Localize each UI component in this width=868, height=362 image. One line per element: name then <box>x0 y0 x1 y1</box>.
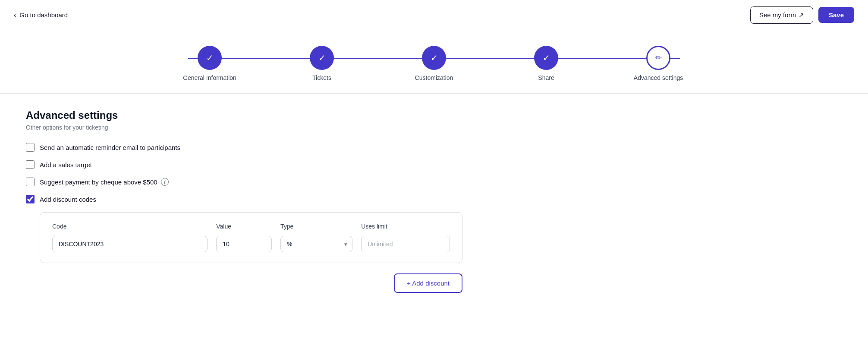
code-input[interactable] <box>52 236 208 252</box>
type-select[interactable]: % $ Fixed <box>280 236 352 252</box>
step-tickets[interactable]: ✓ Tickets <box>266 46 378 81</box>
checkbox-sales-target: Add a sales target <box>26 160 842 169</box>
page-subtitle: Other options for your ticketing <box>26 124 842 131</box>
pencil-icon: ✏ <box>655 53 662 63</box>
checkbox-discount-codes: Add discount codes <box>26 195 842 203</box>
checkbox-cheque: Suggest payment by cheque above $500 i <box>26 178 842 186</box>
check-icon-2: ✓ <box>318 53 326 63</box>
step-label-5: Advanced settings <box>634 74 683 81</box>
step-general-information[interactable]: ✓ General Information <box>154 46 266 81</box>
check-icon-1: ✓ <box>206 53 214 63</box>
main-content: Advanced settings Other options for your… <box>0 94 868 308</box>
step-share[interactable]: ✓ Share <box>490 46 602 81</box>
stepper-container: ✓ General Information ✓ Tickets ✓ Custom… <box>0 30 868 94</box>
step-advanced-settings[interactable]: ✏ Advanced settings <box>602 46 714 81</box>
col-header-type: Type <box>280 223 352 230</box>
uses-input[interactable] <box>361 236 450 252</box>
step-customization[interactable]: ✓ Customization <box>378 46 490 81</box>
discount-table-header: Code Value Type Uses limit <box>52 223 450 230</box>
value-cell <box>216 236 272 252</box>
back-label: Go to dashboard <box>19 11 68 19</box>
sales-target-label: Add a sales target <box>40 161 92 168</box>
step-label-3: Customization <box>415 74 453 81</box>
code-cell <box>52 236 208 252</box>
see-form-button[interactable]: See my form ↗ <box>750 6 813 24</box>
step-label-4: Share <box>538 74 554 81</box>
value-input[interactable] <box>216 236 272 252</box>
header-actions: See my form ↗ Save <box>750 6 854 24</box>
step-label-2: Tickets <box>312 74 331 81</box>
col-header-code: Code <box>52 223 208 230</box>
sales-target-checkbox[interactable] <box>26 160 35 169</box>
save-button[interactable]: Save <box>818 7 854 23</box>
add-discount-label: + Add discount <box>407 279 450 287</box>
uses-cell <box>361 236 450 252</box>
reminder-label: Send an automatic reminder email to part… <box>40 144 180 151</box>
add-discount-row: + Add discount <box>40 273 462 293</box>
step-circle-3: ✓ <box>422 46 446 70</box>
step-circle-1: ✓ <box>198 46 222 70</box>
discount-row: % $ Fixed ▾ <box>52 236 450 252</box>
discount-table: Code Value Type Uses limit % $ Fixed ▾ <box>40 212 462 263</box>
add-discount-button[interactable]: + Add discount <box>394 273 462 293</box>
col-header-uses: Uses limit <box>361 223 450 230</box>
external-link-icon: ↗ <box>799 11 804 19</box>
step-circle-2: ✓ <box>310 46 334 70</box>
header: ‹ Go to dashboard See my form ↗ Save <box>0 0 868 30</box>
page-title: Advanced settings <box>26 109 842 121</box>
back-arrow-icon: ‹ <box>14 11 16 19</box>
checkbox-reminder: Send an automatic reminder email to part… <box>26 143 842 152</box>
col-header-value: Value <box>216 223 272 230</box>
see-form-label: See my form <box>759 11 796 19</box>
step-label-1: General Information <box>183 74 236 81</box>
cheque-label: Suggest payment by cheque above $500 i <box>40 178 169 186</box>
stepper: ✓ General Information ✓ Tickets ✓ Custom… <box>26 46 842 81</box>
discount-codes-checkbox[interactable] <box>26 195 35 203</box>
check-icon-4: ✓ <box>543 53 550 63</box>
type-cell: % $ Fixed ▾ <box>280 236 352 252</box>
cheque-checkbox[interactable] <box>26 178 35 186</box>
step-circle-5: ✏ <box>646 46 670 70</box>
reminder-checkbox[interactable] <box>26 143 35 152</box>
discount-codes-label: Add discount codes <box>40 196 96 203</box>
check-icon-3: ✓ <box>431 53 438 63</box>
back-to-dashboard-link[interactable]: ‹ Go to dashboard <box>14 11 68 19</box>
step-circle-4: ✓ <box>534 46 558 70</box>
info-icon[interactable]: i <box>161 178 169 186</box>
